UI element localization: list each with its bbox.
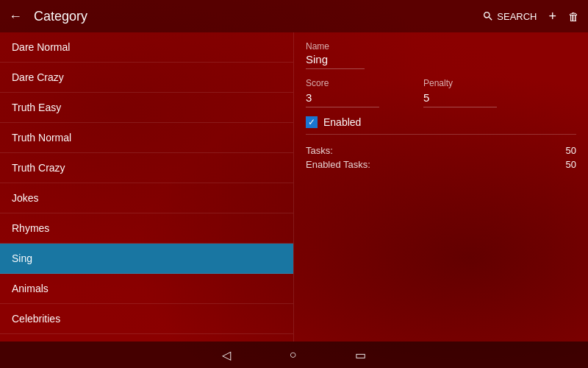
category-list: Dare NormalDare CrazyTruth EasyTruth Nor… xyxy=(0,32,294,342)
nav-bar: ◁ ○ ▭ xyxy=(0,342,588,368)
enabled-tasks-value: 50 xyxy=(554,159,576,170)
category-item-dare-crazy[interactable]: Dare Crazy xyxy=(0,63,293,93)
search-button[interactable]: SEARCH xyxy=(482,10,537,22)
category-item-dare-normal[interactable]: Dare Normal xyxy=(0,32,293,63)
category-item-celebrities[interactable]: Celebrities xyxy=(0,304,293,334)
penalty-label: Penalty xyxy=(423,78,453,88)
category-item-truth-crazy[interactable]: Truth Crazy xyxy=(0,153,293,183)
category-item-truth-easy[interactable]: Truth Easy xyxy=(0,93,293,123)
page-title: Category xyxy=(34,9,482,24)
nav-home-button[interactable]: ○ xyxy=(290,348,297,361)
enabled-checkbox[interactable]: ✓ xyxy=(306,116,318,128)
main-content: Dare NormalDare CrazyTruth EasyTruth Nor… xyxy=(0,32,588,342)
tasks-value: 50 xyxy=(554,145,576,156)
category-item-rhymes[interactable]: Rhymes xyxy=(0,213,293,244)
checkmark-icon: ✓ xyxy=(308,117,315,127)
name-row: Name Sing xyxy=(306,41,576,69)
back-button[interactable]: ← xyxy=(9,9,22,24)
top-bar-actions: SEARCH + 🗑 xyxy=(482,9,579,24)
enabled-label: Enabled xyxy=(323,116,361,128)
name-value[interactable]: Sing xyxy=(306,53,365,69)
tasks-label: Tasks: xyxy=(306,145,333,156)
category-item-truth-normal[interactable]: Truth Normal xyxy=(0,123,293,153)
category-item-jokes[interactable]: Jokes xyxy=(0,183,293,213)
enabled-tasks-label: Enabled Tasks: xyxy=(306,159,370,170)
detail-panel: Name Sing Score 3 Penalty 5 ✓ Enabled xyxy=(294,32,588,342)
enabled-tasks-row: Enabled Tasks: 50 xyxy=(306,159,576,170)
search-icon xyxy=(482,10,494,22)
score-col: Score 3 xyxy=(306,78,379,107)
score-value[interactable]: 3 xyxy=(306,91,379,107)
penalty-value[interactable]: 5 xyxy=(423,91,497,107)
delete-button[interactable]: 🗑 xyxy=(568,10,579,23)
app-container: ← Category SEARCH + 🗑 Dare NormalDare Cr… xyxy=(0,0,588,368)
category-item-joker[interactable]: Joker xyxy=(0,334,293,342)
search-label: SEARCH xyxy=(497,11,537,22)
category-item-animals[interactable]: Animals xyxy=(0,274,293,304)
nav-back-button[interactable]: ◁ xyxy=(222,348,231,362)
penalty-col: Penalty 5 xyxy=(423,78,497,107)
tasks-section: Tasks: 50 Enabled Tasks: 50 xyxy=(306,145,576,170)
score-label: Score xyxy=(306,78,329,88)
enabled-row[interactable]: ✓ Enabled xyxy=(306,116,576,135)
add-button[interactable]: + xyxy=(548,9,556,24)
score-penalty-row: Score 3 Penalty 5 xyxy=(306,78,576,107)
category-item-sing[interactable]: Sing xyxy=(0,244,293,274)
tasks-row: Tasks: 50 xyxy=(306,145,576,156)
top-bar: ← Category SEARCH + 🗑 xyxy=(0,0,588,32)
nav-recents-button[interactable]: ▭ xyxy=(355,348,366,362)
name-label: Name xyxy=(306,41,576,52)
